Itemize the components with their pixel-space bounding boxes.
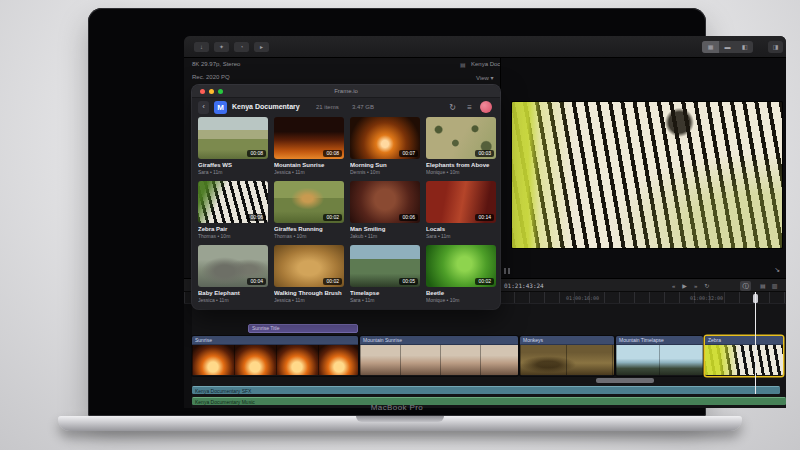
window-title: Frame.io	[192, 88, 500, 94]
roles-button[interactable]: ▤	[760, 281, 766, 291]
event-icon: ▤	[460, 61, 466, 68]
transport-controls: « ▶ » ↻	[672, 281, 709, 291]
loop-button[interactable]: ↻	[704, 281, 709, 291]
duration-badge: 00:03	[475, 150, 494, 157]
clip-thumbnail: 00:02	[426, 245, 496, 287]
grid-icon: ▦	[708, 44, 714, 50]
duration-badge: 00:05	[399, 278, 418, 285]
clip-name: Timelapse	[350, 290, 420, 296]
timeline-edge	[184, 304, 192, 408]
clip-meta: Thomas • 10m	[198, 233, 268, 239]
sync-icon: ↻	[449, 103, 456, 112]
timeline-clip-mountain-sunrise[interactable]: Mountain Sunrise	[360, 336, 518, 376]
clip-filmstrip	[705, 345, 783, 375]
audio-meter-icon	[504, 268, 506, 274]
browser-view-menu[interactable]: View ▾	[476, 74, 494, 81]
clip-meta: Sara • 11m	[426, 233, 496, 239]
timeline-index-button[interactable]: ⓘ	[740, 281, 751, 291]
clip-card[interactable]: 00:03 Elephants from Above Monique • 10m	[426, 117, 496, 175]
keyword-icon: ✦	[219, 44, 224, 50]
clip-name: Elephants from Above	[426, 162, 496, 168]
clip-name: Zebra Pair	[198, 226, 268, 232]
timeline-title-clip[interactable]: Sunrise Title	[248, 324, 358, 333]
clip-card[interactable]: 00:06 Zebra Pair Thomas • 10m	[198, 181, 268, 239]
clip-name-label: Monkeys	[520, 336, 614, 345]
clip-name-label: Sunrise	[192, 336, 358, 345]
laptop-screen-bezel: ↓ ✦ ◔ ▸ ▦ ▬ ◧ ◨ 8K 29.97p, Stereo ▤ Keny…	[88, 8, 706, 416]
clip-card[interactable]: 00:06 Man Smiling Jakub • 11m	[350, 181, 420, 239]
back-button[interactable]: ‹	[198, 101, 209, 114]
clip-filmstrip	[360, 345, 518, 375]
timeline-clip-sunrise[interactable]: Sunrise	[192, 336, 358, 376]
clip-name-label: Mountain Timelapse	[616, 336, 703, 345]
appearance-button[interactable]: ▥	[772, 281, 778, 291]
ruler-timecode: 01:00:32:00	[690, 295, 723, 301]
ruler-timecode: 01:00:16:00	[566, 295, 599, 301]
current-timecode: 01:21:43:24	[504, 282, 544, 289]
inspector-icon: ◨	[773, 44, 779, 50]
audio-track-sfx[interactable]: Kenya Documentary SFX	[192, 386, 780, 394]
clip-card[interactable]: 00:04 Baby Elephant Jessica • 11m	[198, 245, 268, 303]
clip-name: Walking Through Brush	[274, 290, 344, 296]
duration-badge: 00:06	[399, 214, 418, 221]
clip-card[interactable]: 00:08 Mountain Sunrise Jessica • 11m	[274, 117, 344, 175]
rewind-button[interactable]: «	[672, 281, 675, 291]
inspector-button[interactable]: ◨	[768, 41, 783, 53]
viewer-image-zebra	[512, 102, 782, 248]
back-icon: ‹	[202, 102, 205, 111]
clip-filmstrip	[520, 345, 614, 375]
caret-down-icon: ▾	[491, 75, 494, 81]
clip-thumbnail: 00:08	[274, 117, 344, 159]
frameio-project-title: Kenya Documentary	[232, 103, 300, 110]
timeline-clip-zebra-selected[interactable]: Zebra	[705, 336, 783, 376]
clip-name-label: Mountain Sunrise	[360, 336, 518, 345]
duration-badge: 00:04	[247, 278, 266, 285]
play-button[interactable]: ▶	[682, 281, 687, 291]
import-media-button[interactable]: ↓	[194, 42, 209, 52]
browser-list-button[interactable]: ▬	[719, 41, 736, 53]
list-icon: ▬	[725, 44, 731, 50]
timeline-pane: Sunrise Title Sunrise Mountain Sunrise M…	[184, 304, 786, 408]
import-icon: ↓	[200, 44, 203, 50]
forward-button[interactable]: »	[694, 281, 697, 291]
playhead-line[interactable]	[755, 292, 756, 394]
clip-meta: Jessica • 11m	[198, 297, 268, 303]
fcp-toolbar: ↓ ✦ ◔ ▸ ▦ ▬ ◧ ◨	[184, 36, 786, 58]
clip-thumbnail: 00:05	[350, 245, 420, 287]
clip-thumbnail: 00:02	[274, 245, 344, 287]
clip-thumbnail: 00:02	[274, 181, 344, 223]
timeline-clip-mountain-timelapse[interactable]: Mountain Timelapse	[616, 336, 703, 376]
background-tasks-button[interactable]: ◔	[234, 42, 249, 52]
clip-name: Mountain Sunrise	[274, 162, 344, 168]
clip-card[interactable]: 00:05 Timelapse Sara • 11m	[350, 245, 420, 303]
keyword-editor-button[interactable]: ✦	[214, 42, 229, 52]
clip-card[interactable]: 00:08 Giraffes WS Sara • 11m	[198, 117, 268, 175]
frameio-titlebar[interactable]: Frame.io	[192, 85, 500, 98]
browser-filmstrip-button[interactable]: ◧	[736, 41, 753, 53]
menu-icon: ≡	[467, 103, 472, 112]
avatar[interactable]	[480, 101, 492, 113]
background-tasks-icon: ◔	[240, 44, 244, 50]
laptop-base	[58, 416, 742, 431]
list-menu-button[interactable]: ≡	[467, 103, 472, 113]
clip-info-label: 8K 29.97p, Stereo	[192, 61, 240, 67]
extensions-button[interactable]: ▸	[254, 42, 269, 52]
frameio-window: Frame.io ‹ M Kenya Documentary 21 items …	[192, 85, 500, 309]
clip-card[interactable]: 00:02 Walking Through Brush Jessica • 11…	[274, 245, 344, 303]
duration-badge: 00:07	[399, 150, 418, 157]
clip-card[interactable]: 00:07 Morning Sun Dennis • 10m	[350, 117, 420, 175]
clip-name: Man Smiling	[350, 226, 420, 232]
clip-grid: 00:08 Giraffes WS Sara • 11m 00:08 Mount…	[192, 117, 500, 309]
clip-card[interactable]: 00:02 Beetle Monique • 10m	[426, 245, 496, 303]
clip-card[interactable]: 00:02 Giraffes Running Thomas • 10m	[274, 181, 344, 239]
project-logo: M	[214, 101, 227, 114]
collapsed-lane[interactable]	[596, 378, 654, 383]
duration-badge: 00:08	[247, 150, 266, 157]
browser-grid-button[interactable]: ▦	[702, 41, 719, 53]
timeline-clip-monkeys[interactable]: Monkeys	[520, 336, 614, 376]
items-count: 21 items	[316, 104, 339, 110]
expand-icon[interactable]: ↘	[774, 266, 780, 274]
sync-button[interactable]: ↻	[449, 103, 456, 113]
clip-card[interactable]: 00:14 Locals Sara • 11m	[426, 181, 496, 239]
clip-name-label: Zebra	[705, 336, 783, 345]
